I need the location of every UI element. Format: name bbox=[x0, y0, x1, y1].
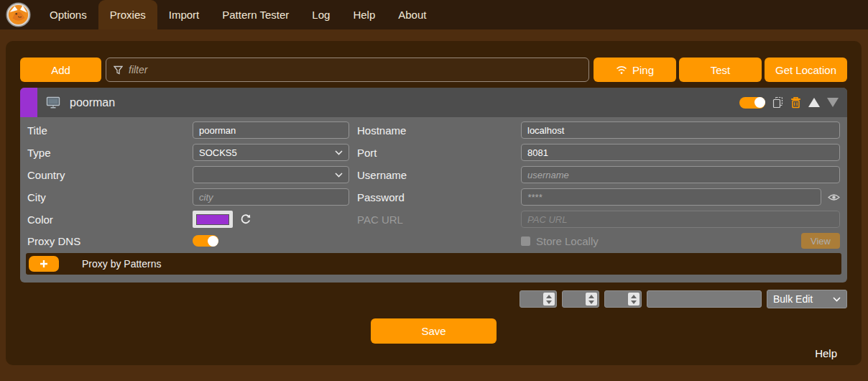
stepper-spin-buttons[interactable] bbox=[628, 293, 640, 306]
color-swatch-fill bbox=[196, 214, 229, 225]
move-up-icon[interactable] bbox=[808, 98, 820, 107]
hostname-label: Hostname bbox=[349, 124, 521, 137]
wifi-icon bbox=[616, 65, 627, 75]
top-nav: Options Proxies Import Pattern Tester Lo… bbox=[0, 0, 868, 29]
type-select[interactable]: SOCKS5 bbox=[193, 144, 349, 161]
view-pac-button: View bbox=[801, 233, 840, 249]
proxies-panel: Add Ping Test Get Location bbox=[6, 41, 862, 365]
proxy-dns-field bbox=[193, 235, 349, 247]
username-label: Username bbox=[349, 169, 521, 181]
title-input[interactable] bbox=[193, 121, 349, 139]
monitor-icon bbox=[46, 96, 60, 109]
type-select-value: SOCKS5 bbox=[199, 147, 335, 158]
number-stepper-1-input[interactable] bbox=[520, 291, 542, 307]
country-label: Country bbox=[27, 169, 193, 181]
proxy-title: poorman bbox=[70, 96, 115, 109]
plus-icon bbox=[39, 259, 49, 269]
number-stepper-2-input[interactable] bbox=[563, 291, 584, 307]
store-locally-field: Store Locally View bbox=[521, 233, 840, 249]
password-label: Password bbox=[349, 191, 521, 203]
bulk-controls: Bulk Edit bbox=[20, 290, 847, 308]
tab-help[interactable]: Help bbox=[341, 0, 387, 29]
proxy-dns-label: Proxy DNS bbox=[27, 235, 193, 247]
color-label: Color bbox=[27, 214, 193, 226]
ping-button[interactable]: Ping bbox=[594, 58, 676, 82]
filter-input[interactable] bbox=[129, 64, 581, 75]
tab-options[interactable]: Options bbox=[38, 0, 98, 29]
pac-url-label: PAC URL bbox=[349, 214, 521, 226]
tab-log[interactable]: Log bbox=[300, 0, 341, 29]
toggle-knob bbox=[208, 236, 218, 247]
hostname-input[interactable] bbox=[521, 121, 840, 139]
proxy-form: Title Hostname Type SOCKS5 Port Country … bbox=[20, 117, 847, 249]
bulk-text-input[interactable] bbox=[647, 290, 762, 308]
delete-icon[interactable] bbox=[790, 96, 801, 109]
port-label: Port bbox=[349, 147, 521, 159]
stepper-spin-buttons[interactable] bbox=[586, 293, 597, 306]
spin-up-icon bbox=[588, 295, 594, 298]
add-pattern-button[interactable] bbox=[29, 256, 59, 272]
eye-icon[interactable] bbox=[828, 193, 840, 201]
password-field bbox=[521, 188, 840, 206]
proxy-header-actions bbox=[739, 96, 847, 109]
patterns-section-label: Proxy by Patterns bbox=[82, 258, 162, 270]
password-input[interactable] bbox=[521, 188, 821, 206]
number-stepper-2 bbox=[562, 290, 599, 308]
save-row: Save bbox=[20, 318, 847, 344]
chevron-down-icon bbox=[335, 150, 343, 155]
spin-down-icon bbox=[588, 300, 594, 304]
patterns-bar: Proxy by Patterns bbox=[26, 253, 841, 275]
proxy-card-header: poorman bbox=[20, 88, 847, 117]
toggle-knob bbox=[754, 97, 765, 108]
tab-pattern-tester[interactable]: Pattern Tester bbox=[211, 0, 300, 29]
get-location-button[interactable]: Get Location bbox=[765, 58, 847, 82]
proxies-toolbar: Add Ping Test Get Location bbox=[20, 58, 847, 82]
proxy-dns-toggle[interactable] bbox=[193, 235, 218, 247]
title-label: Title bbox=[27, 124, 193, 137]
foxyproxy-logo bbox=[0, 0, 38, 29]
color-swatch[interactable] bbox=[193, 211, 233, 228]
color-field bbox=[193, 211, 349, 228]
store-locally-label: Store Locally bbox=[536, 235, 599, 247]
chevron-down-icon bbox=[833, 297, 841, 302]
store-locally-checkbox bbox=[521, 237, 530, 246]
bulk-edit-select-value: Bulk Edit bbox=[773, 293, 833, 305]
add-button[interactable]: Add bbox=[20, 58, 101, 82]
spin-down-icon bbox=[546, 300, 552, 304]
pac-url-input bbox=[521, 211, 840, 228]
help-row: Help bbox=[20, 347, 847, 360]
move-down-icon[interactable] bbox=[827, 98, 839, 107]
duplicate-icon[interactable] bbox=[772, 96, 783, 109]
tab-about[interactable]: About bbox=[387, 0, 438, 29]
help-link[interactable]: Help bbox=[815, 347, 837, 359]
proxy-card: poorman Title Hostna bbox=[20, 88, 847, 283]
stepper-spin-buttons[interactable] bbox=[543, 293, 555, 306]
bulk-edit-select[interactable]: Bulk Edit bbox=[767, 290, 847, 308]
proxy-color-strip bbox=[20, 88, 37, 117]
tab-proxies[interactable]: Proxies bbox=[98, 0, 157, 29]
username-input[interactable] bbox=[521, 166, 840, 183]
filter-funnel-icon bbox=[114, 65, 123, 75]
port-input[interactable] bbox=[521, 144, 840, 161]
number-stepper-3-input[interactable] bbox=[605, 291, 627, 307]
reset-color-icon[interactable] bbox=[240, 214, 251, 225]
number-stepper-3 bbox=[604, 290, 642, 308]
proxy-enabled-toggle[interactable] bbox=[739, 97, 765, 109]
number-stepper-1 bbox=[520, 290, 557, 308]
city-label: City bbox=[27, 191, 193, 203]
filter-field bbox=[106, 58, 589, 82]
save-button[interactable]: Save bbox=[371, 318, 497, 344]
foxyproxy-fox-icon bbox=[6, 2, 31, 27]
test-button[interactable]: Test bbox=[679, 58, 762, 82]
spin-down-icon bbox=[631, 300, 637, 304]
type-label: Type bbox=[27, 147, 193, 159]
ping-label: Ping bbox=[632, 64, 654, 76]
spin-up-icon bbox=[631, 295, 637, 298]
city-input[interactable] bbox=[193, 188, 349, 206]
tab-import[interactable]: Import bbox=[157, 0, 211, 29]
spin-up-icon bbox=[546, 295, 552, 298]
chevron-down-icon bbox=[335, 173, 343, 178]
country-select[interactable] bbox=[193, 166, 349, 183]
